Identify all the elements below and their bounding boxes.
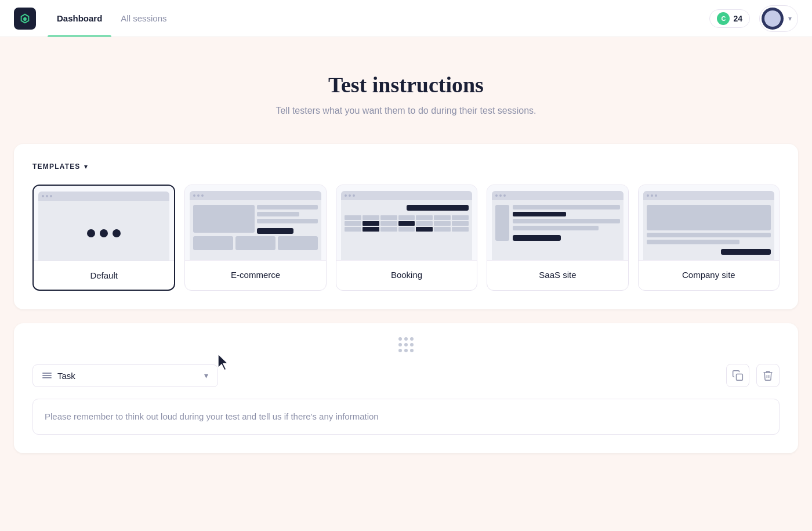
logo-icon — [19, 12, 31, 25]
browser-dot — [499, 194, 502, 197]
browser-bar — [492, 191, 623, 200]
template-label-booking: Booking — [336, 261, 477, 289]
template-preview-company — [639, 185, 779, 261]
template-label-default: Default — [34, 261, 174, 290]
page-subtitle: Tell testers what you want them to do du… — [14, 106, 798, 116]
chevron-down-icon: ▾ — [84, 162, 88, 171]
main-content: Test instructions Tell testers what you … — [0, 37, 812, 476]
trash-icon — [762, 370, 774, 381]
nav-item-dashboard[interactable]: Dashboard — [48, 0, 111, 37]
delete-button[interactable] — [756, 364, 780, 387]
saas-line — [513, 226, 599, 230]
saas-content — [495, 205, 619, 241]
browser-dot — [46, 195, 48, 197]
credits-badge[interactable]: C 24 — [709, 9, 750, 28]
saas-sidebar — [495, 205, 509, 241]
browser-dot — [193, 194, 195, 197]
browser-dot — [495, 194, 498, 197]
logo[interactable] — [14, 8, 36, 30]
page-title: Test instructions — [14, 72, 798, 97]
browser-bar — [341, 191, 472, 200]
dot — [87, 229, 95, 237]
nav-item-all-sessions[interactable]: All sessions — [111, 0, 176, 37]
ecom-line — [257, 219, 318, 223]
ecom-line — [257, 205, 318, 209]
browser-dot — [42, 195, 44, 197]
browser-dot — [345, 194, 347, 197]
company-hero — [647, 205, 771, 230]
template-card-saas[interactable]: SaaS site — [487, 185, 628, 291]
copy-icon — [732, 370, 744, 381]
dot — [113, 229, 121, 237]
browser-content — [492, 200, 623, 260]
booking-grid — [345, 215, 469, 232]
template-preview-default — [34, 186, 174, 261]
ecom-row — [193, 236, 317, 250]
dot — [100, 229, 108, 237]
drag-handle[interactable] — [32, 337, 780, 352]
company-content — [647, 205, 771, 255]
template-label-company: Company site — [639, 261, 779, 289]
svg-rect-0 — [737, 374, 743, 381]
template-label-ecommerce: E-commerce — [185, 261, 325, 289]
hamburger-icon — [42, 373, 52, 378]
browser-dot — [197, 194, 200, 197]
avatar-image — [764, 10, 781, 27]
template-preview-ecommerce — [185, 185, 325, 261]
template-card-ecommerce[interactable]: E-commerce — [184, 185, 326, 291]
browser-mock — [492, 191, 623, 260]
browser-dot — [655, 194, 657, 197]
browser-bar — [643, 191, 774, 200]
templates-label: TEMPLATES — [32, 162, 81, 171]
user-menu[interactable]: ▾ — [759, 5, 798, 32]
nav: Dashboard All sessions — [48, 0, 176, 37]
ecom-sidebar — [257, 205, 318, 234]
browser-content — [341, 200, 472, 260]
browser-dot — [647, 194, 649, 197]
task-textarea-text: Please remember to think out loud during… — [45, 410, 767, 424]
browser-content — [643, 200, 774, 260]
company-line — [647, 240, 740, 244]
template-preview-saas — [487, 185, 628, 261]
booking-header — [407, 205, 469, 211]
browser-dot — [50, 195, 52, 197]
browser-dot — [201, 194, 204, 197]
template-card-company[interactable]: Company site — [638, 185, 780, 291]
task-type-selector[interactable]: Task ▾ — [32, 364, 218, 387]
saas-line — [513, 212, 566, 216]
company-line — [647, 233, 771, 237]
browser-dot — [651, 194, 653, 197]
browser-mock — [38, 192, 169, 261]
browser-dot — [349, 194, 351, 197]
ecom-small — [193, 236, 233, 250]
avatar — [762, 8, 784, 30]
drag-dots — [398, 337, 414, 352]
template-label-saas: SaaS site — [487, 261, 628, 289]
template-card-booking[interactable]: Booking — [336, 185, 477, 291]
saas-line — [513, 219, 619, 223]
ecom-btn — [257, 228, 293, 234]
saas-line — [513, 205, 619, 209]
browser-mock — [643, 191, 774, 260]
header: Dashboard All sessions C 24 ▾ — [0, 0, 812, 37]
saas-main — [513, 205, 619, 241]
ecom-small — [278, 236, 318, 250]
header-right: C 24 ▾ — [709, 5, 798, 32]
template-card-default[interactable]: Default — [32, 185, 175, 291]
browser-content — [190, 200, 321, 260]
task-card: Task ▾ — [14, 323, 798, 453]
task-header: Task ▾ — [32, 364, 780, 387]
copy-button[interactable] — [726, 364, 749, 387]
ecom-line — [257, 212, 300, 216]
default-dots — [87, 229, 121, 237]
browser-bar — [38, 192, 169, 201]
credits-count: 24 — [733, 14, 742, 23]
browser-bar — [190, 191, 321, 200]
browser-mock — [190, 191, 321, 260]
ecom-image — [193, 205, 254, 233]
credits-icon: C — [717, 12, 730, 25]
task-textarea[interactable]: Please remember to think out loud during… — [32, 399, 780, 435]
templates-card: TEMPLATES ▾ — [14, 144, 798, 309]
task-actions — [726, 364, 780, 387]
chevron-down-icon: ▾ — [204, 371, 208, 380]
